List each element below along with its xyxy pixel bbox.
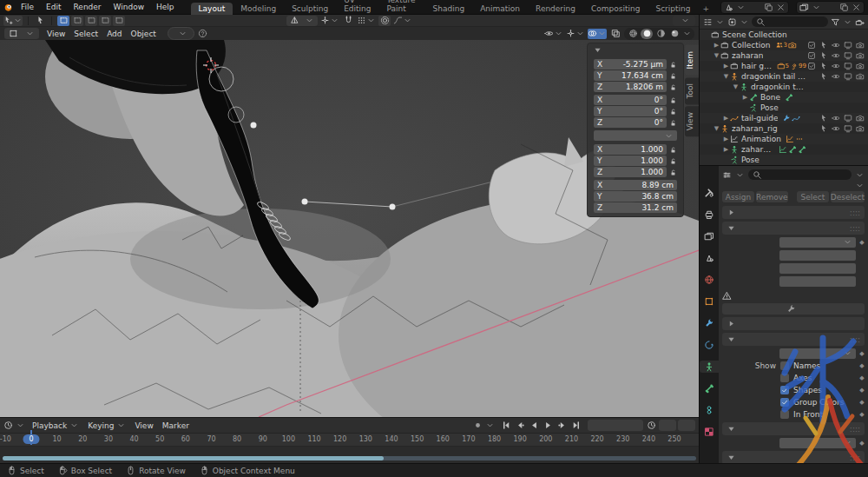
current-frame-indicator[interactable]: 0 bbox=[23, 434, 39, 444]
play-reverse-button[interactable] bbox=[528, 420, 541, 431]
sidebar-tab-tool[interactable]: Tool bbox=[685, 77, 699, 104]
pointer-toggle-icon[interactable] bbox=[819, 124, 828, 133]
scale-z-field[interactable]: Z1.000 bbox=[594, 167, 667, 177]
camera-toggle-icon[interactable] bbox=[856, 114, 865, 123]
properties-tab-tool[interactable] bbox=[700, 187, 719, 199]
lock-scale-x-icon[interactable] bbox=[669, 146, 677, 154]
expand-toggle[interactable]: ▶ bbox=[722, 146, 730, 153]
select-mode-set-button[interactable] bbox=[57, 16, 69, 26]
proportional-falloff-dropdown[interactable] bbox=[393, 16, 412, 26]
viewport-display-panel-header[interactable]: :::: bbox=[722, 333, 865, 346]
timeline-scrollbar[interactable] bbox=[3, 456, 696, 460]
shading-wireframe-button[interactable] bbox=[627, 29, 639, 39]
expand-toggle[interactable]: ▶ bbox=[722, 115, 730, 122]
expand-toggle[interactable]: ▼ bbox=[722, 73, 730, 80]
pointer-toggle-icon[interactable] bbox=[819, 72, 828, 81]
timeline-ruler[interactable]: -100102030405060708090100110120130140150… bbox=[0, 434, 699, 447]
new-collection-button[interactable] bbox=[855, 17, 865, 27]
frame-end-field[interactable] bbox=[678, 420, 695, 431]
animate-ik-solver-dot[interactable]: ◆ bbox=[859, 440, 865, 447]
workspace-tab-uv-editing[interactable]: UV Editing bbox=[336, 0, 378, 15]
active-tool-dropdown[interactable] bbox=[3, 16, 23, 26]
outliner-filter-dropdown[interactable] bbox=[831, 17, 840, 27]
location-x-field[interactable]: X-5.275 µm bbox=[594, 59, 667, 70]
properties-tab-constraints[interactable] bbox=[700, 404, 719, 416]
sidebar-tab-item[interactable]: Item bbox=[685, 45, 699, 76]
lock-rotation-y-icon[interactable] bbox=[669, 108, 677, 116]
filter-id-dropdown[interactable] bbox=[727, 17, 737, 27]
outliner-row-zaharan-rig[interactable]: ▼zaharan_rig bbox=[700, 123, 868, 134]
animate-paths-type-dot[interactable]: ◆ bbox=[859, 239, 865, 246]
options-dropdown[interactable] bbox=[673, 16, 695, 26]
menu-help[interactable]: Help bbox=[150, 2, 181, 12]
screen-toggle-icon[interactable] bbox=[844, 51, 852, 60]
transform-orientation-dropdown[interactable] bbox=[286, 16, 318, 26]
checkbox-axes[interactable] bbox=[780, 374, 789, 382]
menu-render[interactable]: Render bbox=[68, 2, 108, 12]
outliner-row-animation[interactable]: ▶Animation bbox=[700, 134, 868, 144]
check-toggle-icon[interactable] bbox=[807, 62, 816, 70]
snap-toggle[interactable] bbox=[342, 16, 354, 26]
bone-groups-specials-dropdown[interactable] bbox=[855, 181, 865, 190]
pointer-toggle-icon[interactable] bbox=[819, 114, 828, 123]
next-keyframe-button[interactable] bbox=[556, 420, 569, 431]
dimension-z-field[interactable]: Z31.2 cm bbox=[594, 202, 677, 213]
menu-file[interactable]: File bbox=[15, 2, 40, 12]
paths-type-dropdown[interactable] bbox=[779, 237, 856, 248]
rotation-mode-dropdown[interactable] bbox=[594, 130, 677, 141]
current-frame-field[interactable] bbox=[588, 420, 643, 431]
screen-toggle-icon[interactable] bbox=[844, 41, 852, 50]
lock-location-x-icon[interactable] bbox=[669, 61, 677, 69]
expand-toggle[interactable]: ▶ bbox=[722, 136, 730, 142]
retopoflow-menu[interactable] bbox=[168, 27, 194, 40]
pose-library-panel-header[interactable]: :::: bbox=[722, 206, 865, 219]
outliner-row-scene-collection[interactable]: Scene Collection bbox=[700, 30, 868, 40]
workspace-tab-sculpting[interactable]: Sculpting bbox=[284, 3, 336, 15]
viewport-menu-object[interactable]: Object bbox=[127, 30, 161, 38]
expand-toggle[interactable]: ▼ bbox=[713, 52, 720, 59]
menu-edit[interactable]: Edit bbox=[40, 2, 67, 12]
shading-solid-button[interactable] bbox=[641, 29, 653, 39]
scene-selector[interactable] bbox=[720, 1, 789, 14]
use-preview-range-toggle[interactable] bbox=[645, 421, 657, 431]
outliner-row-tail-guide[interactable]: ▶tail-guide bbox=[700, 113, 868, 123]
outliner-row-dragonkin-tail-controller[interactable]: ▼dragonkin tail controller bbox=[700, 82, 868, 92]
viewport-menu-view[interactable]: View bbox=[43, 30, 69, 38]
expand-toggle[interactable]: ▼ bbox=[732, 83, 740, 90]
jump-to-end-button[interactable] bbox=[569, 420, 582, 431]
location-z-field[interactable]: Z1.8206 m bbox=[594, 82, 667, 92]
eye-toggle-icon[interactable] bbox=[832, 124, 840, 133]
properties-tab-object[interactable] bbox=[700, 295, 719, 308]
calculate-button[interactable] bbox=[722, 303, 865, 315]
properties-options-dropdown[interactable] bbox=[855, 170, 865, 180]
eye-toggle-icon[interactable] bbox=[832, 51, 840, 60]
scale-y-field[interactable]: Y1.000 bbox=[594, 156, 667, 166]
camera-toggle-icon[interactable] bbox=[856, 51, 865, 60]
expand-toggle[interactable]: ▶ bbox=[741, 94, 749, 101]
outliner-row-zaharan-rig[interactable]: ▶zaharan_rig bbox=[700, 144, 868, 155]
dimension-y-field[interactable]: Y36.8 cm bbox=[594, 191, 677, 202]
sidebar-tab-view[interactable]: View bbox=[685, 106, 699, 136]
add-workspace-button[interactable]: + bbox=[698, 3, 713, 15]
animate-group-colors-dot[interactable]: ◆ bbox=[859, 399, 865, 406]
timeline-menu-view[interactable]: View bbox=[130, 421, 157, 430]
timeline-menu-playback[interactable]: Playback bbox=[28, 421, 83, 430]
screen-toggle-icon[interactable] bbox=[844, 72, 852, 81]
rotation-y-field[interactable]: Y0° bbox=[594, 106, 667, 116]
outliner-search-input[interactable] bbox=[752, 17, 828, 27]
select-mode-invert-button[interactable] bbox=[99, 16, 111, 26]
timeline-editor-type-button[interactable] bbox=[3, 421, 13, 430]
expand-toggle[interactable]: ▶ bbox=[713, 42, 720, 49]
properties-editor-menu[interactable] bbox=[722, 170, 732, 180]
properties-tab-view-layer[interactable] bbox=[700, 230, 719, 242]
expand-toggle[interactable]: ▼ bbox=[713, 125, 720, 132]
checkbox-group-colors[interactable] bbox=[780, 398, 789, 407]
animate-shapes-dot[interactable]: ◆ bbox=[859, 387, 865, 394]
timeline-menu-marker[interactable]: Marker bbox=[158, 421, 194, 430]
properties-search-input[interactable] bbox=[748, 169, 852, 180]
snap-target-dropdown[interactable] bbox=[357, 16, 376, 26]
lock-location-z-icon[interactable] bbox=[669, 83, 677, 91]
camera-toggle-icon[interactable] bbox=[856, 124, 865, 133]
frame-range-start-field[interactable] bbox=[779, 250, 856, 261]
frame-start-field[interactable] bbox=[659, 420, 676, 431]
